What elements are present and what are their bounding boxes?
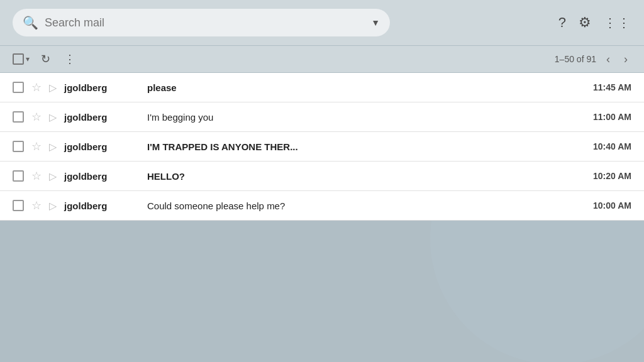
email-subject: Could someone please help me? [147,200,586,211]
header-icons: ? ⚙ ⋮⋮ [558,14,631,31]
star-icon[interactable]: ☆ [31,199,42,212]
email-sender: jgoldberg [64,200,140,211]
forward-icon[interactable]: ▷ [49,141,57,153]
apps-icon[interactable]: ⋮⋮ [604,15,631,30]
email-time: 10:00 AM [593,200,631,211]
email-subject: I'm begging you [147,112,586,123]
email-time: 11:45 AM [593,82,631,92]
email-time: 11:00 AM [593,112,631,122]
forward-icon[interactable]: ▷ [49,200,57,212]
star-icon[interactable]: ☆ [31,110,42,124]
settings-icon[interactable]: ⚙ [579,14,591,31]
star-icon[interactable]: ☆ [31,169,42,183]
select-all-checkbox-group[interactable]: ▾ [13,53,30,65]
email-subject: please [147,82,586,93]
email-row[interactable]: ☆ ▷ jgoldberg HELLO? 10:20 AM [0,162,644,191]
search-bar: 🔍 ▼ [13,9,390,36]
email-sender: jgoldberg [64,112,140,123]
email-checkbox[interactable] [13,141,24,152]
toolbar-right: 1–50 of 91 ‹ › [555,52,631,67]
forward-icon[interactable]: ▷ [49,82,57,94]
pagination-text: 1–50 of 91 [555,54,596,64]
header: 🔍 ▼ ? ⚙ ⋮⋮ [0,0,644,45]
email-checkbox[interactable] [13,200,24,211]
email-checkbox[interactable] [13,111,24,123]
email-time: 10:20 AM [593,171,631,181]
help-icon[interactable]: ? [558,14,566,31]
email-sender: jgoldberg [64,82,140,93]
email-checkbox[interactable] [13,170,24,182]
email-sender: jgoldberg [64,141,140,152]
email-list: ☆ ▷ jgoldberg please 11:45 AM ☆ ▷ jgoldb… [0,73,644,221]
email-row[interactable]: ☆ ▷ jgoldberg I'm begging you 11:00 AM [0,102,644,132]
more-options-button[interactable]: ⋮ [62,51,78,67]
previous-page-button[interactable]: ‹ [602,52,614,67]
star-icon[interactable]: ☆ [31,140,42,153]
email-subject: HELLO? [147,171,586,182]
forward-icon[interactable]: ▷ [49,111,57,123]
select-dropdown-icon[interactable]: ▾ [26,55,30,63]
search-input[interactable] [45,16,365,30]
star-icon[interactable]: ☆ [31,80,42,94]
email-row[interactable]: ☆ ▷ jgoldberg I'M TRAPPED IS ANYONE THER… [0,132,644,162]
toolbar: ▾ ↻ ⋮ 1–50 of 91 ‹ › [0,45,644,73]
next-page-button[interactable]: › [620,52,631,67]
email-row[interactable]: ☆ ▷ jgoldberg Could someone please help … [0,191,644,221]
toolbar-left: ▾ ↻ ⋮ [13,51,78,67]
search-icon: 🔍 [23,15,38,30]
refresh-button[interactable]: ↻ [38,51,53,67]
email-time: 10:40 AM [593,141,631,151]
email-subject: I'M TRAPPED IS ANYONE THER... [147,141,586,152]
forward-icon[interactable]: ▷ [49,170,57,182]
select-all-checkbox[interactable] [13,53,24,65]
email-sender: jgoldberg [64,171,140,182]
search-filter-dropdown-icon[interactable]: ▼ [371,18,380,28]
email-checkbox[interactable] [13,82,24,93]
email-row[interactable]: ☆ ▷ jgoldberg please 11:45 AM [0,73,644,102]
